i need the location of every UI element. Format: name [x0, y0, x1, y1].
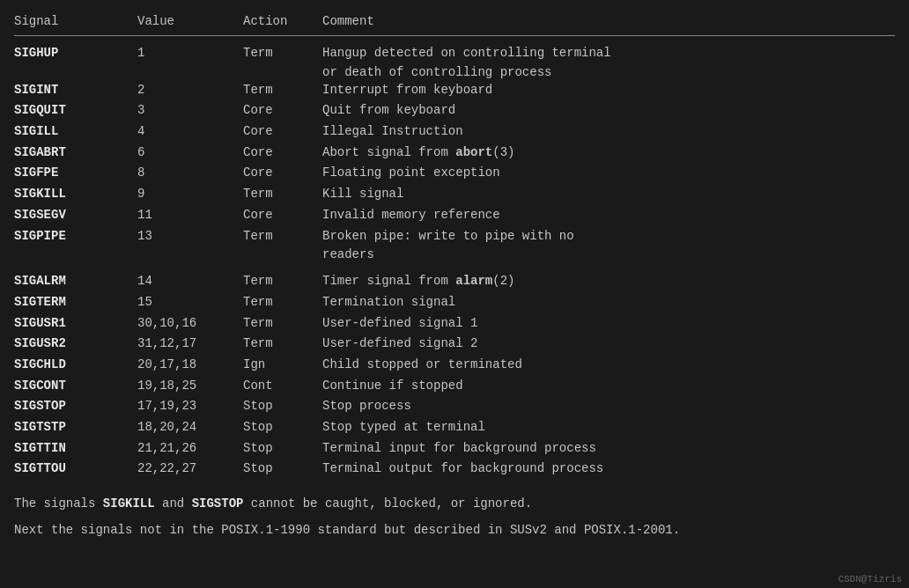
- signal-name: SIGUSR2: [14, 334, 129, 354]
- signal-value: 17,19,23: [129, 397, 234, 416]
- signal-action: Core: [234, 143, 322, 163]
- signal-value: 15: [129, 293, 234, 312]
- col-header-comment: Comment: [322, 14, 895, 28]
- table-row: SIGINT2TermInterrupt from keyboard: [14, 80, 895, 101]
- signal-comment: Hangup detected on controlling terminal: [322, 44, 895, 63]
- col-header-action: Action: [234, 14, 322, 28]
- signal-action: Stop: [234, 459, 322, 479]
- signal-comment: Termination signal: [322, 293, 895, 312]
- signal-name: SIGUSR1: [14, 314, 129, 334]
- signal-comment: Kill signal: [322, 185, 895, 204]
- signal-name: SIGTSTP: [14, 418, 129, 437]
- signal-action: Term: [234, 272, 322, 291]
- footer-sigstop: SIGSTOP: [192, 496, 244, 511]
- signal-value: 30,10,16: [129, 314, 234, 334]
- signal-name: SIGSTOP: [14, 397, 129, 416]
- table-row: SIGUSR130,10,16TermUser-defined signal 1: [14, 313, 895, 334]
- signal-comment: Stop typed at terminal: [322, 418, 895, 437]
- signal-name: SIGCHLD: [14, 356, 129, 375]
- table-row: SIGALRM14TermTimer signal from alarm(2): [14, 271, 895, 292]
- signal-action: Term: [234, 44, 322, 63]
- signal-value: 18,20,24: [129, 418, 234, 437]
- signal-action: Term: [234, 227, 322, 246]
- signal-name: SIGTTOU: [14, 459, 129, 479]
- signal-action: Core: [234, 164, 322, 183]
- signal-comment: Broken pipe: write to pipe with no: [322, 227, 895, 246]
- table-body: SIGHUP1TermHangup detected on controllin…: [14, 43, 895, 480]
- table-row: SIGUSR231,12,17TermUser-defined signal 2: [14, 334, 895, 355]
- signal-comment: Illegal Instruction: [322, 122, 895, 142]
- signal-name: SIGHUP: [14, 44, 129, 63]
- signal-name: SIGTTIN: [14, 439, 129, 459]
- signal-value: 21,21,26: [129, 439, 234, 459]
- signal-name: SIGFPE: [14, 164, 129, 183]
- signal-name: SIGALRM: [14, 272, 129, 291]
- signal-action: Core: [234, 122, 322, 142]
- signal-value: 31,12,17: [129, 334, 234, 354]
- signal-value: 20,17,18: [129, 356, 234, 375]
- table-row: SIGTTIN21,21,26StopTerminal input for ba…: [14, 438, 895, 459]
- table-row: SIGTSTP18,20,24StopStop typed at termina…: [14, 417, 895, 438]
- signal-value: 22,22,27: [129, 459, 234, 479]
- table-row: SIGABRT6CoreAbort signal from abort(3): [14, 143, 895, 164]
- table-row: SIGHUP1TermHangup detected on controllin…: [14, 43, 895, 64]
- footer-line1-after: cannot be caught, blocked, or ignored.: [243, 496, 532, 511]
- footer-text: The signals SIGKILL and SIGSTOP cannot b…: [14, 494, 895, 540]
- signal-comment: Timer signal from alarm(2): [322, 272, 895, 291]
- signal-action: Term: [234, 185, 322, 204]
- comment-continuation: readers: [14, 246, 895, 262]
- signal-value: 6: [129, 143, 234, 163]
- table-row: SIGQUIT3CoreQuit from keyboard: [14, 100, 895, 121]
- signal-comment: Invalid memory reference: [322, 206, 895, 225]
- signal-comment: Terminal output for background process: [322, 459, 895, 479]
- signal-value: 3: [129, 101, 234, 121]
- signal-name: SIGPIPE: [14, 227, 129, 246]
- signal-name: SIGTERM: [14, 293, 129, 312]
- table-header: Signal Value Action Comment: [14, 11, 895, 33]
- signal-action: Core: [234, 101, 322, 121]
- table-row: SIGPIPE13TermBroken pipe: write to pipe …: [14, 226, 895, 247]
- signal-value: 19,18,25: [129, 377, 234, 396]
- signal-action: Stop: [234, 397, 322, 416]
- signal-value: 1: [129, 44, 234, 63]
- signal-comment: Child stopped or terminated: [322, 356, 895, 375]
- signal-action: Term: [234, 314, 322, 334]
- col-header-value: Value: [129, 14, 234, 28]
- signal-name: SIGSEGV: [14, 206, 129, 225]
- signal-action: Stop: [234, 418, 322, 437]
- signal-comment: Terminal input for background process: [322, 439, 895, 459]
- signal-comment: Interrupt from keyboard: [322, 81, 895, 100]
- signal-value: 9: [129, 185, 234, 204]
- signal-action: Stop: [234, 439, 322, 459]
- signal-comment: User-defined signal 1: [322, 314, 895, 334]
- table-row: SIGSTOP17,19,23StopStop process: [14, 396, 895, 417]
- signal-action: Term: [234, 81, 322, 100]
- table-row: SIGFPE8CoreFloating point exception: [14, 163, 895, 184]
- signal-comment: Abort signal from abort(3): [322, 143, 895, 163]
- table-row: SIGTTOU22,22,27StopTerminal output for b…: [14, 459, 895, 480]
- signal-action: Term: [234, 334, 322, 354]
- signal-action: Term: [234, 293, 322, 312]
- table-row: SIGCHLD20,17,18IgnChild stopped or termi…: [14, 355, 895, 376]
- signal-comment: User-defined signal 2: [322, 334, 895, 354]
- comment-continuation-text: or death of controlling process: [322, 65, 895, 79]
- signal-comment: Continue if stopped: [322, 377, 895, 396]
- signal-comment: Quit from keyboard: [322, 101, 895, 121]
- signal-value: 8: [129, 164, 234, 183]
- signal-table: Signal Value Action Comment SIGHUP1TermH…: [14, 11, 895, 480]
- table-row: SIGILL4CoreIllegal Instruction: [14, 121, 895, 143]
- signal-name: SIGCONT: [14, 377, 129, 396]
- footer-line1: The signals SIGKILL and SIGSTOP cannot b…: [14, 494, 895, 513]
- header-divider: [14, 35, 895, 36]
- signal-comment: Floating point exception: [322, 164, 895, 183]
- signal-value: 2: [129, 81, 234, 100]
- watermark: CSDN@Tizris: [838, 574, 902, 584]
- signal-value: 14: [129, 272, 234, 291]
- table-row: SIGSEGV11CoreInvalid memory reference: [14, 205, 895, 226]
- signal-value: 4: [129, 122, 234, 142]
- table-row: SIGTERM15TermTermination signal: [14, 292, 895, 313]
- col-header-signal: Signal: [14, 14, 129, 28]
- signal-value: 13: [129, 227, 234, 246]
- comment-continuation-text: readers: [322, 247, 895, 261]
- signal-action: Cont: [234, 377, 322, 396]
